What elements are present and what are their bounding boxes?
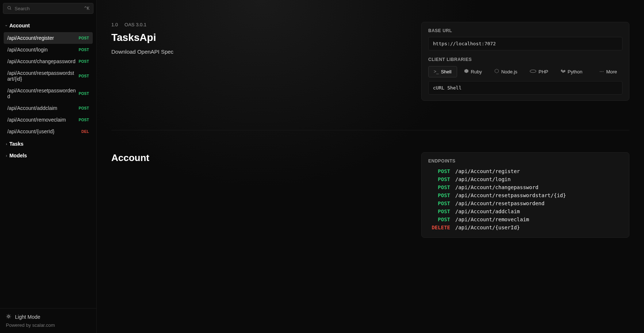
endpoint-path: /api/Account/resetpasswordstart/{id} (7, 70, 76, 82)
client-libraries-row: >_ShellRubyNode.jsPHPPython⋯More (428, 66, 622, 77)
endpoint-method: POST (428, 176, 450, 182)
endpoints-label: ENDPOINTS (428, 158, 622, 164)
svg-line-6 (10, 318, 10, 318)
nav-section-tasks[interactable]: › Tasks (1, 138, 95, 150)
sidebar-footer: Light Mode Powered by scalar.com (0, 308, 96, 333)
intro-panel: BASE URL https://localhost:7072 CLIENT L… (421, 22, 629, 101)
nav-section-label: Account (9, 23, 30, 28)
nav-section-label: Models (9, 153, 27, 158)
client-lib-python[interactable]: Python (555, 66, 588, 77)
sidebar-item-endpoint[interactable]: /api/Account/{userId}DEL (4, 126, 93, 137)
svg-line-9 (7, 318, 7, 318)
theme-label: Light Mode (15, 314, 40, 320)
endpoint-list: POST/api/Account/registerPOST/api/Accoun… (428, 167, 622, 231)
search-shortcut: ^K (84, 6, 89, 11)
chevron-right-icon: › (6, 142, 7, 146)
search-icon (7, 5, 12, 11)
theme-toggle[interactable]: Light Mode (6, 314, 91, 320)
client-lib-ruby[interactable]: Ruby (459, 66, 487, 77)
php-icon (530, 69, 536, 74)
endpoint-path: /api/Account/resetpasswordstart/{id} (455, 192, 566, 198)
python-icon (561, 69, 566, 74)
nav-section-account[interactable]: › Account (1, 20, 95, 31)
sidebar-item-endpoint[interactable]: /api/Account/addclaimPOST (4, 102, 93, 114)
download-spec-link[interactable]: Download OpenAPI Spec (111, 49, 407, 55)
method-badge: POST (79, 74, 89, 78)
svg-point-0 (8, 6, 11, 9)
endpoint-method: POST (428, 168, 450, 174)
method-badge: POST (79, 92, 89, 96)
endpoint-path: /api/Account/resetpasswordend (455, 200, 544, 206)
client-lib-more[interactable]: ⋯More (594, 66, 622, 77)
endpoint-path: /api/Account/resetpasswordend (7, 88, 76, 99)
base-url-value[interactable]: https://localhost:7072 (428, 37, 622, 50)
endpoint-path: /api/Account/register (455, 168, 520, 174)
endpoint-row[interactable]: POST/api/Account/resetpasswordstart/{id} (428, 191, 622, 199)
method-badge: POST (79, 60, 89, 64)
endpoint-row[interactable]: POST/api/Account/changepassword (428, 183, 622, 191)
endpoint-method: POST (428, 192, 450, 198)
client-lib-label: Node.js (501, 69, 517, 74)
endpoint-path: /api/Account/{userId} (455, 225, 520, 230)
method-badge: DEL (81, 130, 89, 134)
sidebar-item-endpoint[interactable]: /api/Account/changepasswordPOST (4, 56, 93, 67)
endpoint-method: POST (428, 208, 450, 214)
sidebar-item-endpoint[interactable]: /api/Account/loginPOST (4, 44, 93, 56)
client-lib-label: PHP (538, 69, 548, 74)
endpoint-row[interactable]: POST/api/Account/resetpasswordend (428, 199, 622, 207)
search-input[interactable] (15, 6, 81, 11)
endpoint-path: /api/Account/{userId} (7, 129, 78, 134)
api-title: TasksApi (111, 32, 407, 43)
endpoint-path: /api/Account/removeclaim (455, 217, 529, 222)
sidebar: ^K › Account /api/Account/registerPOST/a… (0, 0, 97, 333)
client-library-sub[interactable]: cURL Shell (428, 81, 622, 95)
base-url-label: BASE URL (428, 28, 622, 33)
endpoint-path: /api/Account/changepassword (455, 184, 538, 190)
nav-items-account: /api/Account/registerPOST/api/Account/lo… (4, 32, 93, 137)
endpoint-path: /api/Account/removeclaim (7, 117, 76, 123)
endpoint-row[interactable]: POST/api/Account/removeclaim (428, 215, 622, 223)
method-badge: POST (79, 36, 89, 40)
endpoint-path: /api/Account/addclaim (455, 208, 520, 214)
client-lib-php[interactable]: PHP (524, 66, 554, 77)
method-badge: POST (79, 106, 89, 110)
more-icon: ⋯ (599, 69, 604, 74)
oas-version: OAS 3.0.1 (124, 22, 146, 27)
ruby-icon (464, 69, 469, 74)
client-lib-shell[interactable]: >_Shell (428, 66, 457, 77)
endpoint-method: POST (428, 200, 450, 206)
sidebar-item-endpoint[interactable]: /api/Account/removeclaimPOST (4, 114, 93, 126)
client-libraries-label: CLIENT LIBRARIES (428, 57, 622, 62)
main-content: 1.0 OAS 3.0.1 TasksApi Download OpenAPI … (97, 0, 644, 333)
method-badge: POST (79, 118, 89, 122)
powered-by[interactable]: Powered by scalar.com (6, 322, 91, 328)
sidebar-item-endpoint[interactable]: /api/Account/resetpasswordendPOST (4, 85, 93, 102)
endpoint-row[interactable]: POST/api/Account/login (428, 175, 622, 183)
search-box[interactable]: ^K (3, 3, 93, 14)
chevron-down-icon: › (4, 25, 9, 26)
endpoint-path: /api/Account/changepassword (7, 58, 76, 64)
svg-line-5 (7, 315, 7, 315)
endpoint-path: /api/Account/register (7, 35, 76, 41)
endpoint-method: POST (428, 217, 450, 222)
client-lib-label: Python (568, 69, 582, 74)
endpoints-panel: ENDPOINTS POST/api/Account/registerPOST/… (421, 152, 629, 238)
endpoint-row[interactable]: POST/api/Account/register (428, 167, 622, 175)
endpoint-path: /api/Account/login (7, 47, 76, 53)
nav-section-label: Tasks (9, 141, 24, 147)
client-lib-nodejs[interactable]: Node.js (489, 66, 523, 77)
endpoint-method: DELETE (428, 225, 450, 230)
sidebar-item-endpoint[interactable]: /api/Account/registerPOST (4, 32, 93, 44)
svg-point-11 (530, 70, 536, 73)
endpoint-method: POST (428, 184, 450, 190)
nav-section-models[interactable]: › Models (1, 150, 95, 161)
endpoint-path: /api/Account/addclaim (7, 105, 76, 111)
endpoint-row[interactable]: DELETE/api/Account/{userId} (428, 223, 622, 231)
svg-line-1 (10, 9, 11, 9)
more-label: More (606, 69, 617, 74)
sun-icon (6, 314, 11, 320)
sidebar-item-endpoint[interactable]: /api/Account/resetpasswordstart/{id}POST (4, 67, 93, 85)
section-title-account: Account (111, 152, 407, 164)
endpoint-row[interactable]: POST/api/Account/addclaim (428, 207, 622, 215)
client-lib-label: Ruby (471, 69, 482, 74)
